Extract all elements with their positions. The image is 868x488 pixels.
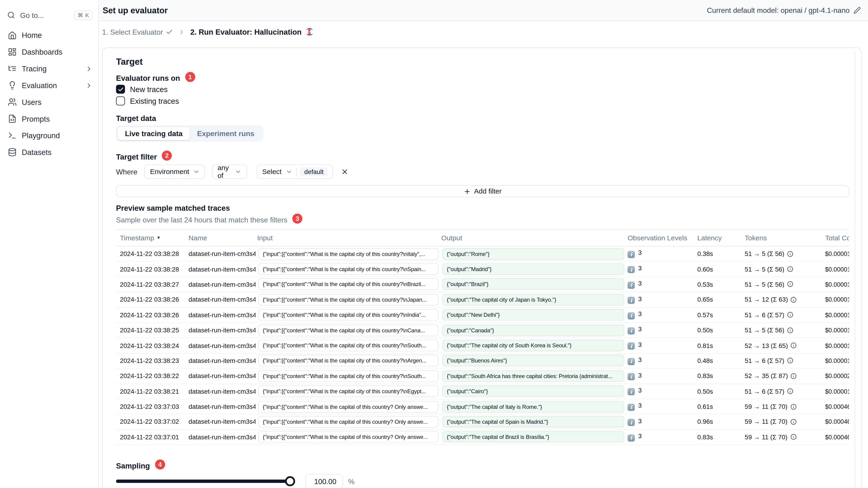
info-circle-icon[interactable] bbox=[787, 388, 794, 394]
table-row[interactable]: 2024-11-22 03:37:03 dataset-run-item-cm3… bbox=[116, 399, 849, 415]
column-header-latency[interactable]: Latency bbox=[696, 234, 744, 242]
add-filter-button[interactable]: Add filter bbox=[116, 185, 849, 197]
sidebar-item-datasets[interactable]: Datasets bbox=[0, 144, 98, 161]
filter-operator-select[interactable]: any of bbox=[212, 165, 247, 179]
info-level-icon: i bbox=[627, 343, 635, 350]
target-option[interactable]: Existing traces bbox=[116, 96, 179, 105]
cell-observation-levels: i3 bbox=[625, 265, 696, 273]
output-cell[interactable]: {"output":"Buenos Aires"} bbox=[442, 355, 624, 366]
table-row[interactable]: 2024-11-22 03:38:24 dataset-run-item-cm3… bbox=[116, 338, 849, 354]
info-circle-icon[interactable] bbox=[787, 251, 794, 257]
info-circle-icon[interactable] bbox=[787, 312, 794, 318]
tab-experiment-runs[interactable]: Experiment runs bbox=[190, 127, 261, 140]
filter-column-select[interactable]: Environment bbox=[145, 165, 205, 179]
output-cell[interactable]: {"output":"Canada"} bbox=[442, 324, 624, 336]
info-circle-icon[interactable] bbox=[787, 358, 794, 364]
sidebar-item-users[interactable]: Users bbox=[0, 94, 98, 110]
info-circle-icon[interactable] bbox=[790, 434, 796, 440]
table-row[interactable]: 2024-11-22 03:38:21 dataset-run-item-cm3… bbox=[116, 384, 849, 399]
column-header-total-cost[interactable]: Total Cost bbox=[825, 234, 849, 242]
preview-subtitle: Sample over the last 24 hours that match… bbox=[116, 216, 287, 224]
sidebar-item-home[interactable]: Home bbox=[0, 27, 98, 43]
checkbox-label: New traces bbox=[130, 85, 167, 93]
info-circle-icon[interactable] bbox=[787, 327, 794, 333]
output-cell[interactable]: {"output":"South Africa has three capita… bbox=[442, 370, 624, 382]
column-header-name[interactable]: Name bbox=[185, 234, 255, 242]
checkbox-existing-traces[interactable] bbox=[116, 96, 125, 105]
tab-live-tracing-data[interactable]: Live tracing data bbox=[118, 127, 190, 140]
evaluation-icon bbox=[8, 81, 17, 90]
sidebar-item-prompts[interactable]: Prompts bbox=[0, 110, 98, 127]
table-row[interactable]: 2024-11-22 03:38:28 dataset-run-item-cm3… bbox=[116, 262, 849, 277]
table-row[interactable]: 2024-11-22 03:38:26 dataset-run-item-cm3… bbox=[116, 307, 849, 323]
sidebar-item-tracing[interactable]: Tracing bbox=[0, 60, 98, 77]
sort-desc-icon[interactable]: ▼ bbox=[156, 235, 161, 240]
checkbox-new-traces[interactable] bbox=[116, 85, 125, 94]
output-cell[interactable]: {"output":"Madrid"} bbox=[442, 263, 624, 275]
target-option[interactable]: New traces bbox=[116, 85, 167, 94]
input-cell[interactable]: {"input":[{"content":"What is the capita… bbox=[258, 279, 439, 290]
input-cell[interactable]: {"input":[{"content":"What is the capita… bbox=[258, 370, 439, 382]
input-cell[interactable]: {"input":[{"content":"What is the capita… bbox=[258, 385, 439, 397]
output-cell[interactable]: {"output":"The capital city of South Kor… bbox=[442, 340, 624, 351]
input-cell[interactable]: {"input":[{"content":"What is the capita… bbox=[258, 263, 439, 275]
filter-value-select[interactable]: Select default bbox=[256, 165, 333, 179]
column-header-input[interactable]: Input bbox=[255, 234, 440, 242]
table-row[interactable]: 2024-11-22 03:38:28 dataset-run-item-cm3… bbox=[116, 247, 849, 262]
input-cell[interactable]: {"input":[{"content":"What is the capita… bbox=[258, 248, 439, 260]
table-row[interactable]: 2024-11-22 03:38:23 dataset-run-item-cm3… bbox=[116, 354, 849, 369]
cell-latency: 0.61s bbox=[696, 403, 744, 410]
info-circle-icon[interactable] bbox=[790, 419, 796, 425]
table-row[interactable]: 2024-11-22 03:37:01 dataset-run-item-cm3… bbox=[116, 430, 849, 445]
info-level-icon: i bbox=[627, 358, 635, 365]
table-row[interactable]: 2024-11-22 03:38:25 dataset-run-item-cm3… bbox=[116, 323, 849, 338]
input-cell[interactable]: {"input":[{"content":"What is the capita… bbox=[258, 309, 439, 321]
info-circle-icon[interactable] bbox=[790, 297, 797, 303]
step-run-evaluator[interactable]: 2. Run Evaluator: Hallucination bbox=[190, 27, 314, 36]
default-model-info[interactable]: Current default model: openai / gpt-4.1-… bbox=[707, 6, 861, 14]
output-cell[interactable]: {"output":"The capital city of Japan is … bbox=[442, 294, 624, 305]
sampling-slider[interactable] bbox=[116, 480, 294, 483]
card-scrollbar[interactable] bbox=[855, 51, 855, 488]
info-level-icon: i bbox=[627, 266, 635, 273]
table-row[interactable]: 2024-11-22 03:37:02 dataset-run-item-cm3… bbox=[116, 415, 849, 430]
sidebar-item-dashboards[interactable]: Dashboards bbox=[0, 43, 98, 60]
column-header-observation-levels[interactable]: Observation Levels bbox=[625, 234, 696, 242]
slider-handle[interactable] bbox=[285, 476, 295, 486]
sidebar-item-evaluation[interactable]: Evaluation bbox=[0, 77, 98, 94]
input-cell[interactable]: {"input":[{"content":"What is the capita… bbox=[258, 401, 439, 413]
input-cell[interactable]: {"input":[{"content":"What is the capita… bbox=[258, 324, 439, 336]
table-row[interactable]: 2024-11-22 03:38:26 dataset-run-item-cm3… bbox=[116, 292, 849, 307]
input-cell[interactable]: {"input":[{"content":"What is the capita… bbox=[258, 355, 439, 366]
info-circle-icon[interactable] bbox=[790, 373, 797, 379]
info-circle-icon[interactable] bbox=[790, 403, 796, 410]
info-circle-icon[interactable] bbox=[787, 266, 794, 272]
column-header-tokens[interactable]: Tokens bbox=[744, 234, 825, 242]
output-cell[interactable]: {"output":"The capital of Brazil is Bras… bbox=[442, 431, 624, 443]
output-cell[interactable]: {"output":"The capital of Spain is Madri… bbox=[442, 416, 624, 428]
input-cell[interactable]: {"input":[{"content":"What is the capita… bbox=[258, 416, 439, 428]
output-cell[interactable]: {"output":"The capital of Italy is Rome.… bbox=[442, 401, 624, 413]
column-header-timestamp[interactable]: Timestamp ▼ bbox=[116, 234, 185, 242]
info-circle-icon[interactable] bbox=[787, 282, 794, 288]
remove-filter-button[interactable] bbox=[341, 168, 348, 175]
input-cell[interactable]: {"input":[{"content":"What is the capita… bbox=[258, 340, 439, 351]
column-header-output[interactable]: Output bbox=[439, 234, 625, 242]
table-row[interactable]: 2024-11-22 03:38:22 dataset-run-item-cm3… bbox=[116, 369, 849, 384]
sampling-value-input[interactable] bbox=[305, 474, 343, 488]
output-cell[interactable]: {"output":"Cairo"} bbox=[442, 385, 624, 397]
output-cell[interactable]: {"output":"Rome"} bbox=[442, 248, 624, 260]
info-circle-icon[interactable] bbox=[790, 343, 797, 349]
output-cell[interactable]: {"output":"New Delhi"} bbox=[442, 309, 624, 321]
step-select-evaluator[interactable]: 1. Select Evaluator bbox=[102, 28, 173, 36]
sidebar-nav: Home Dashboards Tracing Evaluation Users bbox=[0, 27, 98, 161]
table-body: 2024-11-22 03:38:28 dataset-run-item-cm3… bbox=[116, 247, 849, 445]
edit-pencil-icon[interactable] bbox=[854, 7, 861, 14]
input-cell[interactable]: {"input":[{"content":"What is the capita… bbox=[258, 431, 439, 443]
output-cell[interactable]: {"output":"Brazil"} bbox=[442, 279, 624, 290]
chevron-right-icon bbox=[86, 65, 93, 72]
table-row[interactable]: 2024-11-22 03:38:27 dataset-run-item-cm3… bbox=[116, 277, 849, 292]
input-cell[interactable]: {"input":[{"content":"What is the capita… bbox=[258, 294, 439, 305]
sidebar-item-playground[interactable]: Playground bbox=[0, 127, 98, 144]
goto-button[interactable]: Go to... ⌘ K bbox=[0, 8, 98, 22]
